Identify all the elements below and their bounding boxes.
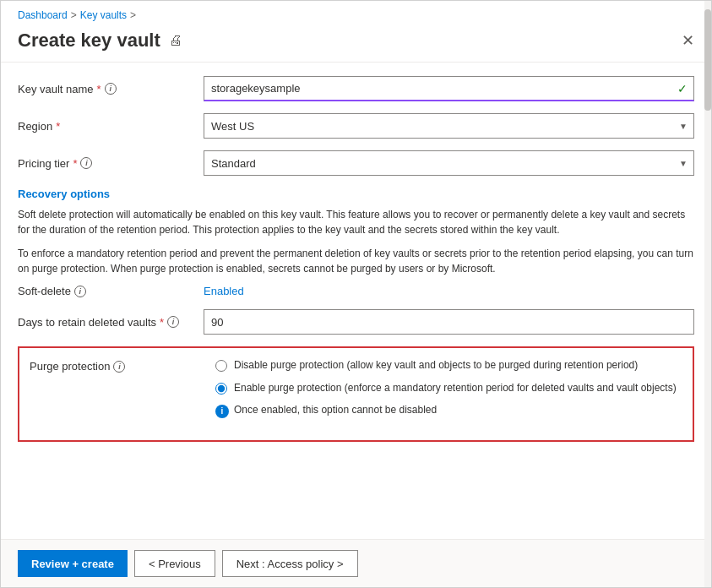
purge-options-group: Disable purge protection (allow key vaul…: [215, 358, 682, 418]
region-row: Region * West US East US North Europe We…: [18, 113, 694, 139]
region-label: Region *: [18, 120, 204, 133]
region-select-wrapper: West US East US North Europe West Europe…: [204, 113, 694, 139]
review-create-button[interactable]: Review + create: [18, 550, 128, 577]
pricing-tier-row: Pricing tier * i Standard Premium ▼: [18, 150, 694, 176]
required-star: *: [97, 83, 101, 95]
breadcrumb: Dashboard > Key vaults >: [1, 1, 711, 24]
close-icon[interactable]: ✕: [682, 31, 694, 50]
panel-header: Create key vault 🖨 ✕: [1, 24, 711, 63]
region-select[interactable]: West US East US North Europe West Europe: [204, 113, 694, 139]
soft-delete-description-1: Soft delete protection will automaticall…: [18, 207, 694, 237]
info-icon-pricing[interactable]: i: [80, 157, 92, 169]
purge-disable-label: Disable purge protection (allow key vaul…: [234, 358, 638, 373]
purge-protection-row: Purge protection i Disable purge protect…: [30, 358, 682, 418]
soft-delete-label: Soft-delete i: [18, 285, 204, 297]
scrollbar[interactable]: [704, 1, 711, 587]
valid-check-icon: ✓: [677, 82, 688, 95]
required-star-pricing: *: [73, 157, 77, 170]
info-icon-purge[interactable]: i: [113, 361, 125, 373]
soft-delete-value: Enabled: [204, 285, 244, 297]
create-key-vault-panel: Dashboard > Key vaults > Create key vaul…: [0, 0, 712, 588]
key-vault-name-input-wrapper: ✓: [204, 76, 694, 101]
pricing-tier-select[interactable]: Standard Premium: [204, 150, 694, 176]
scrollbar-thumb: [704, 9, 711, 111]
purge-enable-label: Enable purge protection (enforce a manda…: [234, 381, 677, 395]
footer: Review + create < Previous Next : Access…: [1, 539, 711, 587]
info-icon-days[interactable]: i: [167, 316, 179, 328]
title-row: Create key vault 🖨: [18, 30, 182, 52]
previous-button[interactable]: < Previous: [134, 550, 215, 577]
required-star-region: *: [56, 120, 60, 133]
page-title: Create key vault: [18, 30, 160, 52]
purge-protection-section: Purge protection i Disable purge protect…: [18, 346, 694, 442]
next-button[interactable]: Next : Access policy >: [222, 550, 358, 577]
key-vault-name-label: Key vault name * i: [18, 83, 204, 95]
breadcrumb-keyvaults[interactable]: Key vaults: [80, 9, 127, 21]
recovery-section-title: Recovery options: [18, 188, 694, 200]
purge-enable-radio[interactable]: [215, 383, 227, 395]
purge-protection-label: Purge protection i: [30, 358, 215, 373]
soft-delete-row: Soft-delete i Enabled: [18, 285, 694, 297]
print-icon[interactable]: 🖨: [169, 33, 182, 48]
purge-enable-option[interactable]: Enable purge protection (enforce a manda…: [215, 381, 682, 395]
required-star-days: *: [160, 316, 164, 329]
info-notice-icon: i: [215, 405, 229, 418]
days-retain-row: Days to retain deleted vaults * i: [18, 309, 694, 335]
breadcrumb-dashboard[interactable]: Dashboard: [18, 9, 68, 21]
purge-notice-text: Once enabled, this option cannot be disa…: [234, 404, 437, 416]
info-icon-name[interactable]: i: [105, 83, 117, 95]
info-icon-softdelete[interactable]: i: [74, 286, 86, 297]
breadcrumb-sep1: >: [71, 9, 77, 21]
days-retain-label: Days to retain deleted vaults * i: [18, 316, 204, 329]
days-retain-input[interactable]: [204, 309, 694, 335]
key-vault-name-input[interactable]: [204, 76, 694, 101]
purge-disable-option[interactable]: Disable purge protection (allow key vaul…: [215, 358, 682, 373]
breadcrumb-sep2: >: [130, 9, 136, 21]
purge-disable-radio[interactable]: [215, 360, 227, 372]
purge-notice-row: i Once enabled, this option cannot be di…: [215, 404, 682, 418]
pricing-tier-label: Pricing tier * i: [18, 157, 204, 170]
content-area: Key vault name * i ✓ Region * West US Ea…: [1, 63, 711, 539]
soft-delete-description-2: To enforce a mandatory retention period …: [18, 246, 694, 276]
key-vault-name-row: Key vault name * i ✓: [18, 76, 694, 101]
pricing-tier-select-wrapper: Standard Premium ▼: [204, 150, 694, 176]
